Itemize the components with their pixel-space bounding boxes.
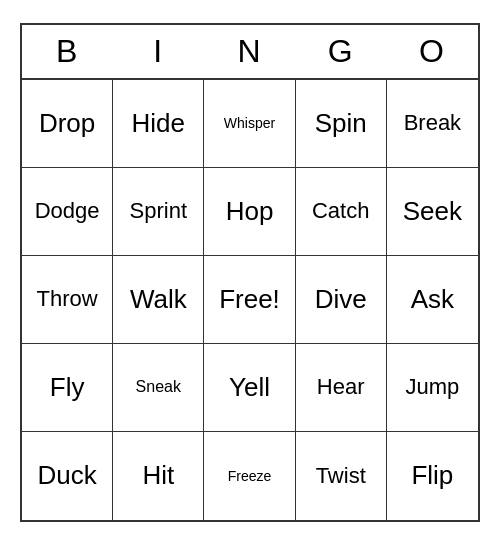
cell-1-0: Dodge [22,168,113,256]
cell-text-1-4: Seek [403,196,462,227]
header-letter-i: I [113,25,204,78]
cell-0-4: Break [387,80,478,168]
cell-text-4-3: Twist [316,463,366,489]
cell-text-3-2: Yell [229,372,270,403]
cell-3-0: Fly [22,344,113,432]
cell-1-3: Catch [296,168,387,256]
cell-4-0: Duck [22,432,113,520]
cell-3-1: Sneak [113,344,204,432]
cell-text-0-3: Spin [315,108,367,139]
cell-text-3-0: Fly [50,372,85,403]
header-letter-n: N [204,25,295,78]
cell-text-2-2: Free! [219,284,280,315]
bingo-card: BINGO DropHideWhisperSpinBreakDodgeSprin… [20,23,480,522]
cell-4-2: Freeze [204,432,295,520]
bingo-grid: DropHideWhisperSpinBreakDodgeSprintHopCa… [22,80,478,520]
cell-4-4: Flip [387,432,478,520]
header-letter-o: O [387,25,478,78]
cell-text-2-1: Walk [130,284,187,315]
header-letter-g: G [296,25,387,78]
cell-text-0-0: Drop [39,108,95,139]
cell-text-2-0: Throw [37,286,98,312]
cell-text-0-2: Whisper [224,115,275,131]
cell-0-2: Whisper [204,80,295,168]
cell-2-4: Ask [387,256,478,344]
cell-text-1-2: Hop [226,196,274,227]
cell-text-3-1: Sneak [136,378,181,396]
cell-text-1-0: Dodge [35,198,100,224]
bingo-header: BINGO [22,25,478,80]
cell-0-3: Spin [296,80,387,168]
cell-4-1: Hit [113,432,204,520]
cell-2-2: Free! [204,256,295,344]
cell-0-0: Drop [22,80,113,168]
cell-text-4-4: Flip [411,460,453,491]
cell-1-1: Sprint [113,168,204,256]
cell-text-1-3: Catch [312,198,369,224]
cell-4-3: Twist [296,432,387,520]
cell-text-4-2: Freeze [228,468,272,484]
cell-text-1-1: Sprint [130,198,187,224]
cell-3-3: Hear [296,344,387,432]
header-letter-b: B [22,25,113,78]
cell-text-3-4: Jump [405,374,459,400]
cell-2-3: Dive [296,256,387,344]
cell-3-2: Yell [204,344,295,432]
cell-1-4: Seek [387,168,478,256]
cell-text-0-4: Break [404,110,461,136]
cell-text-4-0: Duck [37,460,96,491]
cell-3-4: Jump [387,344,478,432]
cell-2-0: Throw [22,256,113,344]
cell-text-3-3: Hear [317,374,365,400]
cell-text-2-3: Dive [315,284,367,315]
cell-text-4-1: Hit [142,460,174,491]
cell-2-1: Walk [113,256,204,344]
cell-text-0-1: Hide [132,108,185,139]
cell-text-2-4: Ask [411,284,454,315]
cell-0-1: Hide [113,80,204,168]
cell-1-2: Hop [204,168,295,256]
